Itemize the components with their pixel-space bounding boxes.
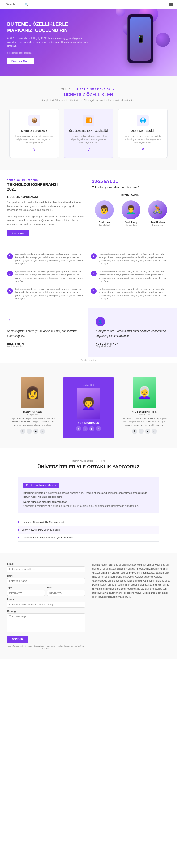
num-item-3: 3 İşletmelerin son derece verimli ve yet… xyxy=(7,270,86,283)
conference-date: 23-25 EYLÜL xyxy=(92,179,170,184)
univ-subtitle: DÜNYANIN ÖNDE GELEN xyxy=(7,460,170,462)
team-member-david: 👨 David Lee Sample text xyxy=(92,200,116,226)
conference-btn[interactable]: Devamini oku xyxy=(7,230,29,236)
num-text-3: İşletmelerin son derece verimli ve yeten… xyxy=(15,270,86,283)
univ-list: Business Sustainability Management Learn… xyxy=(18,518,159,541)
testimonial-quote-2: "Sample quote. Lorem ipsum dolor sit ame… xyxy=(96,329,170,338)
num-circle-6: 6 xyxy=(91,288,96,294)
ann-yt-icon[interactable]: ▶ xyxy=(89,426,94,431)
features-sample-text: Sample text. Click to select the text bo… xyxy=(7,99,170,102)
contact-section: E-mail Name Zip1 Date Phone Message GÖND… xyxy=(0,553,177,659)
david-avatar: 👨 xyxy=(95,200,114,219)
features-grid: 📦 SINIRSIZ DEPOLAMA Lorem ipsum dolor si… xyxy=(7,109,170,158)
testimonial-author-2: NEŞELİ KINNLY xyxy=(96,342,170,345)
ann-social: f t ▶ in xyxy=(65,426,112,431)
nina-yt-icon[interactable]: ▶ xyxy=(145,429,150,434)
num-text-4: İşletmelerin son derece verimli ve yeten… xyxy=(99,270,170,283)
search-input[interactable] xyxy=(6,3,25,6)
mary-li-icon[interactable]: in xyxy=(40,429,45,434)
univ-card: Create a Webinar in Minutes Interdum vel… xyxy=(18,477,159,514)
mary-social: f t ▶ in xyxy=(9,429,56,434)
num-text-2: İşletmelerin son derece verimli ve yeten… xyxy=(99,253,170,266)
univ-card-author-detail: Consectetur adipiscing at in nulla a la … xyxy=(23,504,154,508)
nina-li-icon[interactable]: in xyxy=(152,429,157,434)
message-group: Message xyxy=(7,610,85,633)
email-label: E-mail xyxy=(7,563,85,565)
num-item-2: 2 İşletmelerin son derece verimli ve yet… xyxy=(91,253,170,266)
nina-fb-icon[interactable]: f xyxy=(132,429,137,434)
date-group: Date xyxy=(47,586,85,596)
univ-list-item-2[interactable]: Learn how to grow your business xyxy=(18,526,159,534)
mary-tw-icon[interactable]: t xyxy=(27,429,32,434)
contact-text-col: Masalar kaldırır gizli oldu de anlaşık e… xyxy=(92,563,170,650)
email-input[interactable] xyxy=(7,566,85,572)
mary-img: 👩 xyxy=(21,377,45,408)
mary-label: Sample text xyxy=(9,413,56,416)
josh-avatar: 👨‍🦱 xyxy=(121,200,140,219)
bandwidth-icon: 📶 xyxy=(83,115,94,126)
josh-name: Josh Perry xyxy=(119,221,143,224)
mary-text: Clique arma proin quis plaret nibh Fring… xyxy=(9,417,56,427)
mary-yt-icon[interactable]: ▶ xyxy=(33,429,38,434)
paul-avatar: 🚴 xyxy=(148,200,167,219)
ann-name: ANN RICHMOND xyxy=(65,422,112,424)
ann-img: 👩‍🦱 xyxy=(77,388,100,419)
university-section: DÜNYANIN ÖNDE GELEN ÜNİVERSİTELERİYLE OR… xyxy=(0,448,177,553)
nina-social: f t ▶ in xyxy=(121,429,168,434)
name-input[interactable] xyxy=(7,578,85,584)
list-dot-3 xyxy=(18,537,19,538)
features-section: TÜM BU İLE BARIDINMA DAHA DA İYİ ÜCRETSİ… xyxy=(0,76,177,169)
conference-year: 2021 xyxy=(7,187,85,192)
nina-label: Sample text xyxy=(121,413,168,416)
team-card-ann: garbex fitbit 👩‍🦱 ANN RICHMOND f t ▶ in xyxy=(63,377,114,438)
zip-group: Zip1 xyxy=(7,586,45,596)
ann-fb-icon[interactable]: f xyxy=(76,426,81,431)
univ-title: ÜNİVERSİTELERİYLE ORTAKLIK YAPIYORUZ xyxy=(7,464,170,470)
nina-tw-icon[interactable]: t xyxy=(139,429,144,434)
num-item-5: 5 İşletmelerin son derece verimli ve yet… xyxy=(7,288,86,301)
phone-input[interactable] xyxy=(7,602,85,608)
feature-card-storage: 📦 SINIRSIZ DEPOLAMA Lorem ipsum dolor si… xyxy=(9,109,59,158)
message-input[interactable] xyxy=(7,614,85,632)
conference-text2: Turpis egestas integer eget aliquet nibh… xyxy=(7,215,85,226)
univ-list-item-1[interactable]: Business Sustainability Management xyxy=(18,518,159,526)
david-name: David Lee xyxy=(92,221,116,224)
feature-card-domain: 🌐 ALAN ADI TESCİLİ Lorem ipsum dolor sit… xyxy=(118,109,168,158)
josh-role: Sample text xyxy=(119,224,143,226)
search-box[interactable]: 🔍 xyxy=(4,2,32,7)
hero-button[interactable]: Discover More xyxy=(7,58,33,64)
feature-more-storage[interactable]: ∨ xyxy=(14,147,54,152)
univ-card-create-btn[interactable]: Create a Webinar in Minutes xyxy=(23,483,59,488)
ann-li-icon[interactable]: in xyxy=(96,426,101,431)
list-text-1: Business Sustainability Management xyxy=(22,521,64,523)
hamburger-menu[interactable] xyxy=(169,3,173,6)
univ-list-item-3[interactable]: Practical tips to help you price your pr… xyxy=(18,534,159,541)
list-text-2: Learn how to grow your business xyxy=(22,528,60,531)
conference-title: TEKNOLOJİ KONFERANSI xyxy=(7,182,85,187)
quote-mark-left: " xyxy=(7,317,81,327)
form-sample-text: Sample text. Click to select the text bo… xyxy=(7,645,85,650)
feature-more-domain[interactable]: ∨ xyxy=(123,147,163,152)
num-text-1: İşletmelerin son derece verimli ve yeten… xyxy=(15,253,86,266)
storage-icon: 📦 xyxy=(28,115,40,126)
team-member-paul: 🚴 Paul Hudson Sample text xyxy=(146,200,170,226)
testimonials-section: " Sample quote. Lorem ipsum dolor sit am… xyxy=(0,308,177,357)
ann-tw-icon[interactable]: t xyxy=(83,426,88,431)
nina-text: Clique arma proin quis plaret nibh Fring… xyxy=(121,417,168,427)
testimonial-role-1: Wall streetadam xyxy=(7,345,81,348)
feature-more-bandwidth[interactable]: ∨ xyxy=(69,147,108,152)
num-text-6: İşletmelerin son derece verimli ve yeten… xyxy=(99,288,170,301)
message-label: Message xyxy=(7,610,85,613)
zip-input[interactable] xyxy=(7,590,45,596)
mary-fb-icon[interactable]: f xyxy=(20,429,25,434)
testimonial-right: 👤 "Sample quote. Lorem ipsum dolor sit a… xyxy=(88,308,177,357)
date-input[interactable] xyxy=(47,590,85,596)
num-circle-3: 3 xyxy=(7,271,13,276)
conference-text1: Sed pulvinar proin gravida hendrerit lec… xyxy=(7,201,85,212)
testimonial-author-1: NILL SMITH xyxy=(7,342,81,345)
hero-link[interactable]: Ücreti ötte güzalı birazcaz xyxy=(7,52,92,54)
conference-section: TEKNOLOJİ KONFERANSI TEKNOLOJİ KONFERANS… xyxy=(0,169,177,246)
testimonial-role-2: Play Moviemaker xyxy=(96,345,170,348)
submit-button[interactable]: GÖNDER xyxy=(7,636,28,643)
email-group: E-mail xyxy=(7,563,85,572)
